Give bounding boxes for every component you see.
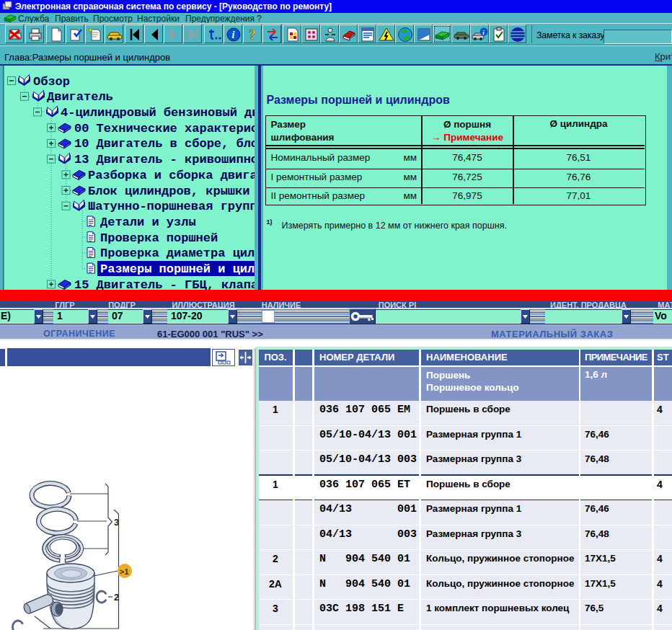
svg-text:Разборка и сборка двигат: Разборка и сборка двигат: [88, 169, 255, 182]
svg-text:Размеры поршней и цил: Размеры поршней и цил: [100, 262, 255, 276]
svg-text:4-цилиндровый бензиновый дви: 4-цилиндровый бензиновый дви: [61, 106, 255, 120]
svg-text:Шатунно-поршневая группа: Шатунно-поршневая группа: [88, 200, 255, 213]
svg-text:13 Двигатель - кривошипно: 13 Двигатель - кривошипно: [74, 153, 255, 167]
svg-text:2: 2: [114, 592, 119, 603]
svg-text:Обзор: Обзор: [33, 75, 70, 89]
svg-text:00 Технические характерис: 00 Технические характерис: [74, 122, 255, 136]
svg-text:>1: >1: [120, 567, 130, 576]
svg-text:Двигатель: Двигатель: [47, 90, 113, 104]
svg-text:15 Двигатель - ГБЦ, клапа: 15 Двигатель - ГБЦ, клапа: [74, 278, 255, 290]
svg-text:?: ?: [249, 27, 256, 43]
svg-text:Проверка диаметра цил: Проверка диаметра цил: [100, 247, 255, 260]
svg-text:i: i: [232, 30, 235, 40]
svg-text:Детали и узлы: Детали и узлы: [100, 216, 196, 229]
svg-text:10 Двигатель в сборе, бло: 10 Двигатель в сборе, бло: [74, 137, 255, 151]
svg-text:Проверка поршней: Проверка поршней: [100, 231, 218, 245]
svg-text:Блок цилиндров, крышки п: Блок цилиндров, крышки п: [88, 185, 255, 198]
